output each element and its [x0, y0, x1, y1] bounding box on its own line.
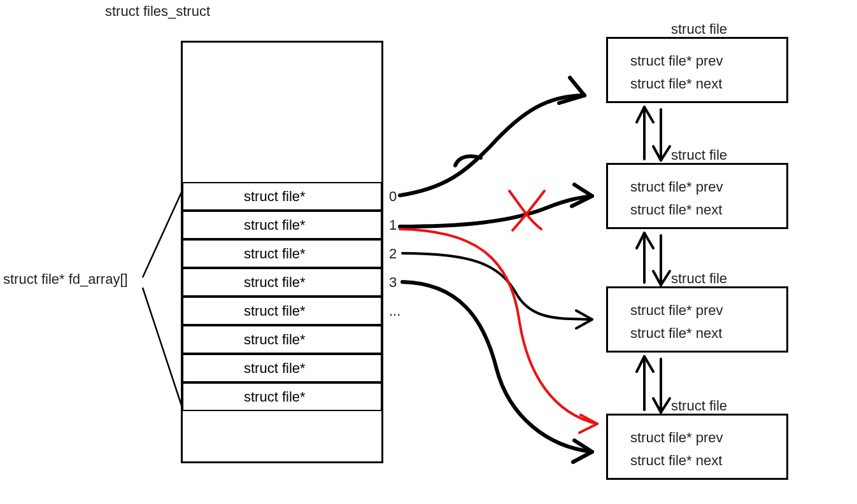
file-node-2: struct file* prev struct file* next	[606, 286, 788, 353]
array-cell-text: struct file*	[244, 217, 306, 234]
file-node-prev: struct file* prev	[630, 179, 723, 195]
array-row-1: struct file*	[182, 211, 382, 239]
red-arrow-1-to-node3	[400, 229, 597, 424]
array-cell-text: struct file*	[244, 360, 306, 377]
array-cell-text: struct file*	[244, 303, 306, 319]
file-node-3: struct file* prev struct file* next	[606, 414, 788, 480]
index-1: 1	[389, 217, 397, 234]
file-node-1: struct file* prev struct file* next	[606, 163, 788, 229]
file-node-next: struct file* next	[630, 202, 722, 218]
arrow-2-to-node2	[402, 253, 592, 319]
index-2: 2	[389, 246, 397, 262]
arrow-0-to-node0	[400, 95, 584, 195]
file-node-0: struct file* prev struct file* next	[606, 37, 788, 103]
file-node-label-3: struct file	[671, 398, 727, 414]
array-cell-text: struct file*	[244, 389, 306, 405]
index-dots: ...	[389, 303, 400, 319]
red-x-1	[509, 191, 541, 229]
file-node-next: struct file* next	[630, 76, 722, 92]
files-struct-title: struct files_struct	[105, 3, 210, 20]
index-3: 3	[389, 274, 397, 291]
bracket-line-top	[143, 191, 182, 277]
file-node-prev: struct file* prev	[630, 53, 723, 69]
array-cell-text: struct file*	[244, 246, 306, 262]
array-cell-text: struct file*	[244, 188, 306, 205]
red-arrow-head	[579, 415, 597, 433]
array-row-2: struct file*	[182, 239, 382, 268]
arrow-2-head	[576, 311, 592, 328]
file-node-next: struct file* next	[630, 452, 722, 469]
array-row-5: struct file*	[182, 325, 382, 354]
link-12	[637, 233, 670, 285]
arrow-3-head	[573, 440, 592, 462]
file-node-prev: struct file* prev	[630, 302, 723, 319]
array-cell-text: struct file*	[244, 274, 306, 291]
file-node-next: struct file* next	[630, 325, 722, 342]
diagram-root: { "titles": { "files_struct": "struct fi…	[0, 0, 857, 504]
file-node-label-1: struct file	[671, 147, 727, 164]
arrow-1-head	[572, 185, 592, 206]
array-row-7: struct file*	[182, 382, 382, 411]
file-node-label-0: struct file	[671, 21, 727, 38]
array-row-0: struct file*	[182, 182, 382, 211]
bracket-line-bottom	[143, 288, 182, 407]
array-row-3: struct file*	[182, 268, 382, 297]
array-row-6: struct file*	[182, 354, 382, 382]
index-0: 0	[389, 188, 397, 205]
link-01	[637, 107, 670, 160]
red-x-2	[513, 191, 544, 230]
array-cell-text: struct file*	[244, 332, 306, 348]
file-node-prev: struct file* prev	[630, 430, 723, 446]
link-23	[637, 356, 670, 412]
arrow-1-to-node1	[400, 196, 592, 227]
file-node-label-2: struct file	[671, 270, 727, 287]
array-row-4: struct file*	[182, 297, 382, 325]
fd-array-label: struct file* fd_array[]	[3, 271, 128, 288]
arrow-0-head	[559, 78, 584, 103]
arrow-3-to-node3	[402, 282, 592, 452]
